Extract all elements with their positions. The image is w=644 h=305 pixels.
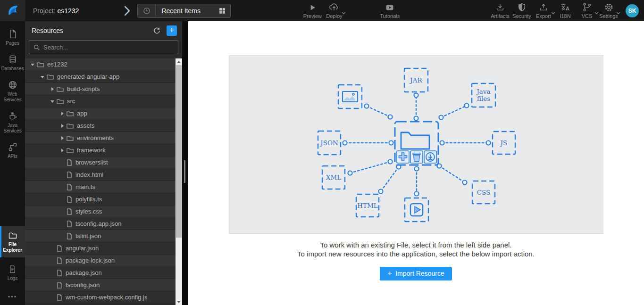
user-avatar[interactable]: SK xyxy=(626,4,639,17)
delete-file-button[interactable] xyxy=(410,151,423,163)
tree-row[interactable]: package-lock.json xyxy=(25,255,182,267)
tree-row[interactable]: tslint.json xyxy=(25,230,182,242)
splitter-handle[interactable] xyxy=(184,160,185,183)
tree-caret-icon[interactable] xyxy=(59,111,67,116)
folder-icon xyxy=(47,74,54,80)
link-endpoint xyxy=(364,104,368,108)
sidebar-item-logs[interactable]: Logs xyxy=(0,260,25,286)
tree-item-label: wm-custom-webpack.config.js xyxy=(66,294,147,301)
link-endpoint xyxy=(343,141,347,145)
folder-icon xyxy=(8,231,18,240)
tree-item-label: build-scripts xyxy=(67,85,100,92)
refresh-button[interactable] xyxy=(151,25,162,36)
tree-caret-spacer xyxy=(50,258,57,263)
svg-text:CSS: CSS xyxy=(477,189,490,196)
resource-types-diagram: JARJavafilesJSONJSXMLHTMLCSS xyxy=(229,56,604,234)
tree-item-label: generated-angular-app xyxy=(57,73,119,80)
sidebar-item-pages[interactable]: Pages xyxy=(0,25,25,50)
tree-row[interactable]: framework xyxy=(25,144,182,157)
link-endpoint xyxy=(348,171,352,175)
i18n-button[interactable]: A I18N xyxy=(554,0,576,21)
tree-item-label: src xyxy=(67,98,75,105)
link-endpoint xyxy=(414,167,418,171)
artifacts-button[interactable]: Artifacts xyxy=(489,0,511,21)
tree-item-label: package.json xyxy=(66,269,102,276)
tree-caret-icon[interactable] xyxy=(59,136,67,140)
tree-caret-icon[interactable] xyxy=(50,87,57,91)
tree-item-label: index.html xyxy=(75,171,103,178)
tree-caret-spacer xyxy=(50,283,57,288)
tree-caret-spacer xyxy=(59,173,67,177)
tree-caret-icon[interactable] xyxy=(50,99,57,104)
vcs-button[interactable]: VCS xyxy=(576,0,598,21)
tree-row[interactable]: app xyxy=(25,107,182,120)
link-endpoint xyxy=(414,192,418,196)
link-endpoint xyxy=(486,141,490,145)
tree-row[interactable]: generated-angular-app xyxy=(25,71,182,83)
deploy-button[interactable]: Deploy xyxy=(323,0,345,21)
sidebar-item-apis[interactable]: APIs xyxy=(0,138,25,164)
sidebar-item-java-services[interactable]: Java Services xyxy=(0,107,25,138)
file-icon xyxy=(67,208,72,215)
more-options-icon[interactable]: ••• xyxy=(0,289,25,305)
tree-row[interactable]: assets xyxy=(25,120,182,132)
tree-row[interactable]: environments xyxy=(25,132,182,144)
folder-icon xyxy=(57,98,64,104)
project-label: Project: xyxy=(33,7,55,15)
image-node xyxy=(338,85,362,108)
top-bar: Project:es1232 Recent Items Preview xyxy=(0,0,644,21)
grid-view-icon[interactable] xyxy=(214,7,230,15)
folder-icon xyxy=(57,86,64,92)
tree-caret-icon[interactable] xyxy=(30,62,37,67)
tree-row[interactable]: browserslist xyxy=(25,157,182,169)
chevron-right-icon[interactable] xyxy=(124,5,131,16)
panel-splitter[interactable] xyxy=(182,21,188,305)
preview-button[interactable]: Preview xyxy=(301,0,323,21)
recent-items-dropdown[interactable]: Recent Items xyxy=(137,4,231,18)
diagram-link xyxy=(441,106,467,117)
scroll-up-arrow[interactable] xyxy=(176,58,182,65)
tree-row[interactable]: tsconfig.app.json xyxy=(25,218,182,230)
tree-caret-icon[interactable] xyxy=(40,74,47,79)
add-file-button[interactable] xyxy=(397,151,409,163)
app-window: Project:es1232 Recent Items Preview xyxy=(0,0,644,305)
download-file-button[interactable] xyxy=(424,151,436,163)
import-resource-button[interactable]: + Import Resource xyxy=(380,267,452,280)
tree-scrollbar[interactable] xyxy=(176,58,182,305)
settings-button[interactable]: Settings xyxy=(598,0,619,21)
add-resource-button[interactable]: + xyxy=(167,25,177,36)
search-input[interactable] xyxy=(29,40,178,54)
tree-row[interactable]: index.html xyxy=(25,169,182,181)
tree-row[interactable]: package.json xyxy=(25,267,182,279)
tree-item-label: assets xyxy=(77,122,95,129)
center-folder-node xyxy=(395,122,438,165)
svg-text:XML: XML xyxy=(326,173,341,181)
sidebar-item-web-services[interactable]: Web Services xyxy=(0,76,25,107)
link-endpoint xyxy=(440,141,444,145)
scroll-down-arrow[interactable] xyxy=(176,299,182,305)
tree-row[interactable]: src xyxy=(25,95,182,107)
tree-row[interactable]: wm-custom-webpack.config.js xyxy=(25,291,182,304)
export-button[interactable]: Export xyxy=(533,0,554,21)
scrollbar-thumb[interactable] xyxy=(176,65,182,238)
tree-row[interactable]: es1232 xyxy=(25,58,182,71)
tree-row[interactable]: main.ts xyxy=(25,181,182,193)
file-icon xyxy=(67,172,72,178)
tree-caret-icon[interactable] xyxy=(59,124,67,128)
tree-row[interactable]: polyfills.ts xyxy=(25,193,182,206)
tutorials-button[interactable]: Tutorials xyxy=(379,0,401,21)
security-button[interactable]: Security xyxy=(511,0,533,21)
tree-row[interactable]: build-scripts xyxy=(25,83,182,95)
sidebar-item-file-explorer[interactable]: File Explorer xyxy=(0,226,25,257)
sidebar-item-databases[interactable]: Databases xyxy=(0,50,25,76)
tree-row[interactable]: styles.css xyxy=(25,206,182,218)
app-logo[interactable] xyxy=(0,0,25,21)
folder-icon xyxy=(67,135,74,141)
tree-caret-icon[interactable] xyxy=(59,148,67,153)
chevron-down-icon xyxy=(342,8,346,16)
file-icon xyxy=(67,221,72,227)
tree-row[interactable]: tsconfig.json xyxy=(25,279,182,291)
import-resource-label: Import Resource xyxy=(395,270,444,277)
link-endpoint xyxy=(414,93,418,98)
tree-row[interactable]: angular.json xyxy=(25,242,182,255)
